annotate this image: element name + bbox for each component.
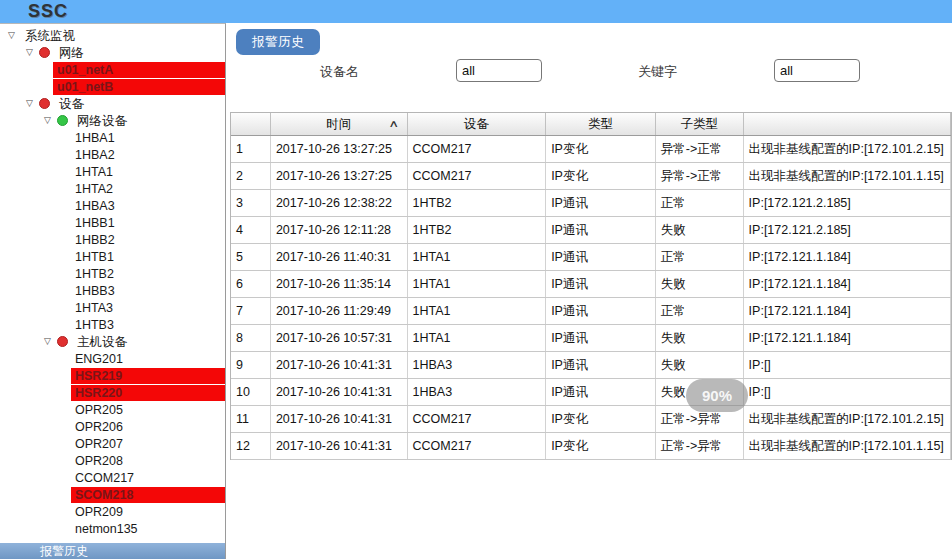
tree-item-1HTA1[interactable]: 1HTA1 [0, 163, 225, 180]
table-row[interactable]: 62017-10-26 11:35:141HTA1IP通讯失败IP:[172.1… [231, 271, 951, 298]
tree-item-label: 1HBB2 [71, 232, 119, 248]
column-header-设备[interactable]: 设备 [408, 113, 547, 135]
table-row[interactable]: 52017-10-26 11:40:311HTA1IP通讯正常IP:[172.1… [231, 244, 951, 271]
table-cell: 1HTB2 [408, 217, 547, 243]
sort-chevron-up-icon[interactable]: ∧ [388, 113, 399, 135]
sidebar-bottom-bar[interactable]: 报警历史 [0, 543, 225, 559]
table-cell: IP通讯 [546, 217, 656, 243]
table-cell: 10 [231, 379, 271, 405]
tree-item-1HBA2[interactable]: 1HBA2 [0, 146, 225, 163]
tree-item-HSR220[interactable]: HSR220 [0, 384, 225, 401]
tree-item-OPR206[interactable]: OPR206 [0, 418, 225, 435]
tree-item-label: 1HBB3 [71, 283, 119, 299]
table-row[interactable]: 82017-10-26 10:57:311HTA1IP通讯失败IP:[172.1… [231, 325, 951, 352]
tree-item-OPR209[interactable]: OPR209 [0, 503, 225, 520]
main-content: 报警历史 设备名 关键字 时间∧设备类型子类型 12017-10-26 13:2… [230, 23, 952, 559]
tree-item-label: ENG201 [71, 351, 127, 367]
tree-item-OPR205[interactable]: OPR205 [0, 401, 225, 418]
table-row[interactable]: 92017-10-26 10:41:311HBA3IP通讯失败IP:[] [231, 352, 951, 379]
tab-alarm-history[interactable]: 报警历史 [236, 29, 320, 55]
table-cell: 正常 [656, 298, 744, 324]
table-cell: 3 [231, 190, 271, 216]
tree-item-u01_netB[interactable]: u01_netB [0, 78, 225, 95]
tree-item-1HBA1[interactable]: 1HBA1 [0, 129, 225, 146]
table-cell: 失败 [656, 352, 744, 378]
tree-item-label: SCOM218 [71, 487, 225, 503]
table-row[interactable]: 42017-10-26 12:11:281HTB2IP通讯失败IP:[172.1… [231, 217, 951, 244]
tree-item-label: 网络设备 [73, 113, 131, 129]
tree-item-OPR207[interactable]: OPR207 [0, 435, 225, 452]
tree-item-1HBB2[interactable]: 1HBB2 [0, 231, 225, 248]
column-header-子类型[interactable]: 子类型 [656, 113, 744, 135]
tree-item-主机设备[interactable]: ▽主机设备 [0, 333, 225, 350]
expander-triangle-icon[interactable]: ▽ [26, 44, 39, 61]
tree-item-1HTA3[interactable]: 1HTA3 [0, 299, 225, 316]
column-header-类型[interactable]: 类型 [546, 113, 656, 135]
tree-item-系统监视[interactable]: ▽系统监视 [0, 27, 225, 44]
column-header-时间[interactable]: 时间∧ [271, 113, 408, 135]
tree-item-label: u01_netA [53, 62, 225, 78]
expander-triangle-icon[interactable]: ▽ [26, 95, 39, 112]
system-monitor-tree: ▽系统监视▽网络u01_netAu01_netB▽设备▽网络设备1HBA11HB… [0, 27, 225, 544]
expander-triangle-icon[interactable]: ▽ [44, 112, 57, 129]
status-dot-red-icon [57, 336, 68, 347]
table-cell: IP:[172.121.1.184] [744, 271, 951, 297]
tree-item-1HTA2[interactable]: 1HTA2 [0, 180, 225, 197]
table-cell: IP:[172.121.1.184] [744, 244, 951, 270]
tree-item-label: 1HTA2 [71, 181, 117, 197]
table-row[interactable]: 32017-10-26 12:38:221HTB2IP通讯正常IP:[172.1… [231, 190, 951, 217]
tree-item-1HTB1[interactable]: 1HTB1 [0, 248, 225, 265]
table-row[interactable]: 112017-10-26 10:41:31CCOM217IP变化正常->异常出现… [231, 406, 951, 433]
table-cell: 6 [231, 271, 271, 297]
column-header-blank[interactable] [231, 113, 271, 135]
table-cell: IP:[172.121.1.184] [744, 298, 951, 324]
tree-item-label: HSR219 [71, 368, 225, 384]
column-header-blank[interactable] [744, 113, 951, 135]
table-row[interactable]: 122017-10-26 10:41:31CCOM217IP变化正常->异常出现… [231, 433, 951, 460]
tree-item-1HBB3[interactable]: 1HBB3 [0, 282, 225, 299]
device-name-input[interactable] [456, 59, 542, 82]
table-cell: 1HTA1 [408, 298, 547, 324]
keyword-input[interactable] [774, 59, 860, 82]
table-cell: CCOM217 [408, 433, 547, 459]
table-row[interactable]: 102017-10-26 10:41:311HBA3IP通讯失败IP:[] [231, 379, 951, 406]
tree-item-label: 1HTB3 [71, 317, 118, 333]
table-cell: CCOM217 [408, 163, 547, 189]
table-row[interactable]: 22017-10-26 13:27:25CCOM217IP变化异常->正常出现非… [231, 163, 951, 190]
tree-item-label: CCOM217 [71, 470, 138, 486]
expander-triangle-icon[interactable]: ▽ [8, 27, 21, 44]
tree-item-ENG201[interactable]: ENG201 [0, 350, 225, 367]
table-header-row: 时间∧设备类型子类型 [231, 113, 951, 136]
table-cell: 出现非基线配置的IP:[172.101.1.15] [744, 433, 951, 459]
tree-item-CCOM217[interactable]: CCOM217 [0, 469, 225, 486]
tree-item-label: 1HTA1 [71, 164, 117, 180]
table-cell: 2017-10-26 12:11:28 [271, 217, 408, 243]
column-header-label: 类型 [588, 117, 613, 131]
table-row[interactable]: 72017-10-26 11:29:491HTA1IP通讯正常IP:[172.1… [231, 298, 951, 325]
table-cell: IP:[172.121.2.185] [744, 190, 951, 216]
tree-item-label: OPR206 [71, 419, 127, 435]
table-row[interactable]: 12017-10-26 13:27:25CCOM217IP变化异常->正常出现非… [231, 136, 951, 163]
tree-item-netmon135[interactable]: netmon135 [0, 520, 225, 537]
top-title-bar: SSC [0, 0, 952, 23]
keyword-label: 关键字 [638, 63, 677, 81]
tree-item-1HBB1[interactable]: 1HBB1 [0, 214, 225, 231]
table-cell: IP通讯 [546, 190, 656, 216]
tree-item-label: 1HTA3 [71, 300, 117, 316]
tree-item-1HBA3[interactable]: 1HBA3 [0, 197, 225, 214]
tree-item-设备[interactable]: ▽设备 [0, 95, 225, 112]
table-cell: 正常 [656, 244, 744, 270]
table-cell: 正常->异常 [656, 433, 744, 459]
tree-item-u01_netA[interactable]: u01_netA [0, 61, 225, 78]
expander-triangle-icon[interactable]: ▽ [44, 333, 57, 350]
tree-item-网络设备[interactable]: ▽网络设备 [0, 112, 225, 129]
tree-item-1HTB2[interactable]: 1HTB2 [0, 265, 225, 282]
tree-item-OPR208[interactable]: OPR208 [0, 452, 225, 469]
table-cell: 出现非基线配置的IP:[172.101.1.15] [744, 163, 951, 189]
tree-item-1HTB3[interactable]: 1HTB3 [0, 316, 225, 333]
tree-item-HSR219[interactable]: HSR219 [0, 367, 225, 384]
tree-item-SCOM218[interactable]: SCOM218 [0, 486, 225, 503]
table-cell: 1HTA1 [408, 244, 547, 270]
app-logo: SSC [28, 1, 68, 22]
tree-item-网络[interactable]: ▽网络 [0, 44, 225, 61]
